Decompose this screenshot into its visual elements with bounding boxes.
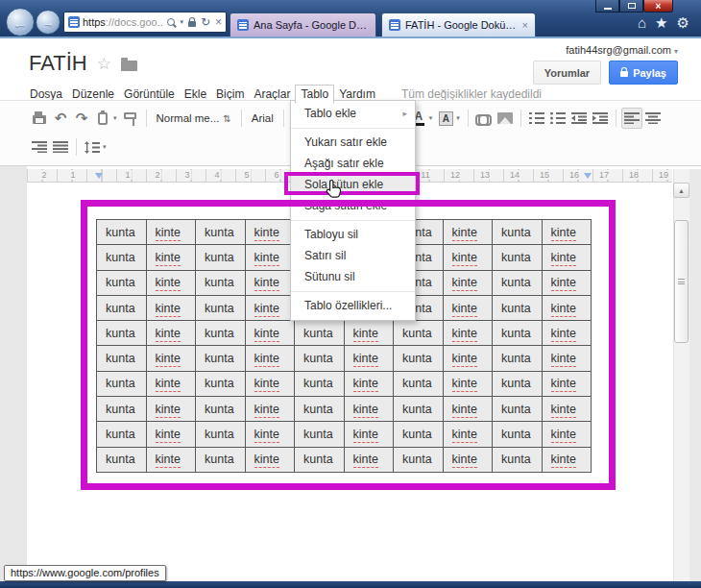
stop-icon[interactable]: × xyxy=(215,17,222,27)
table-cell[interactable]: kunta xyxy=(493,245,543,270)
indent-marker-left-icon[interactable] xyxy=(95,173,103,179)
table-cell[interactable]: kinte xyxy=(146,270,196,295)
chevron-down-icon[interactable]: ▾ xyxy=(113,114,117,122)
url-text[interactable]: https://docs.goo... xyxy=(83,16,164,28)
align-center-button[interactable] xyxy=(642,108,664,129)
table-cell[interactable]: kunta xyxy=(493,220,543,245)
account-menu[interactable]: fatih44srg@gmail.com ▾ xyxy=(566,44,678,56)
table-cell[interactable]: kunta xyxy=(295,422,345,447)
favorites-star-icon[interactable]: ★ xyxy=(655,14,667,32)
table-cell[interactable]: kinte xyxy=(245,447,295,472)
table-cell[interactable]: kunta xyxy=(493,295,543,320)
bulleted-list-button[interactable] xyxy=(547,108,568,129)
line-spacing-button[interactable] xyxy=(82,136,103,158)
print-button[interactable] xyxy=(29,108,50,129)
table-cell[interactable]: kinte xyxy=(245,346,295,371)
folder-icon[interactable] xyxy=(121,61,137,71)
table-cell[interactable]: kinte xyxy=(443,447,493,472)
decrease-indent-button[interactable] xyxy=(568,108,590,129)
indent-marker-right-icon[interactable] xyxy=(584,173,592,179)
table-cell[interactable]: kinte xyxy=(146,397,196,422)
table-cell[interactable]: kunta xyxy=(196,346,246,371)
scrollbar-up-button[interactable]: ▲ xyxy=(673,183,689,198)
menu-item-aşağı-satır-ekle[interactable]: Aşağı satır ekle xyxy=(291,153,415,174)
insert-link-button[interactable] xyxy=(473,108,495,129)
forward-button[interactable]: → xyxy=(36,10,60,35)
table-cell[interactable]: kunta xyxy=(97,270,147,295)
window-close-button[interactable]: × xyxy=(643,0,673,12)
search-icon[interactable] xyxy=(167,18,175,26)
document-title[interactable]: FATİH xyxy=(29,51,87,76)
table-cell[interactable]: kinte xyxy=(245,270,295,295)
table-cell[interactable]: kinte xyxy=(542,270,592,295)
table-cell[interactable]: kinte xyxy=(344,397,394,422)
table-cell[interactable]: kinte xyxy=(245,422,295,447)
table-cell[interactable]: kunta xyxy=(97,346,147,371)
back-button[interactable]: ← xyxy=(6,8,35,37)
table-cell[interactable]: kinte xyxy=(146,371,196,396)
table-cell[interactable]: kinte xyxy=(443,321,493,346)
menu-item-tablo-özellikleri[interactable]: Tablo özellikleri... xyxy=(291,295,415,316)
paint-format-button[interactable] xyxy=(92,108,113,129)
table-cell[interactable]: kunta xyxy=(97,245,147,270)
table-cell[interactable]: kunta xyxy=(295,321,345,346)
share-button[interactable]: Paylaş xyxy=(609,61,678,85)
paragraph-style-dropdown[interactable]: Normal me... ⇅ xyxy=(152,112,236,124)
table-cell[interactable]: kinte xyxy=(443,422,493,447)
table-cell[interactable]: kinte xyxy=(443,270,493,295)
table-cell[interactable]: kinte xyxy=(245,321,295,346)
table-cell[interactable]: kinte xyxy=(146,220,196,245)
table-cell[interactable]: kunta xyxy=(493,346,543,371)
table-cell[interactable]: kinte xyxy=(245,371,295,396)
table-cell[interactable]: kunta xyxy=(493,371,543,396)
undo-button[interactable]: ↶ xyxy=(50,108,71,129)
table-cell[interactable]: kinte xyxy=(542,220,592,245)
table-cell[interactable]: kinte xyxy=(542,422,592,447)
table-cell[interactable]: kinte xyxy=(542,295,592,320)
menu-item-tablo-ekle[interactable]: Tablo ekle▸ xyxy=(291,103,415,124)
table-cell[interactable]: kinte xyxy=(146,295,196,320)
window-maximize-button[interactable] xyxy=(619,0,643,12)
table-cell[interactable]: kunta xyxy=(493,422,543,447)
table-cell[interactable]: kinte xyxy=(443,295,493,320)
menu-item-yukarı-satır-ekle[interactable]: Yukarı satır ekle xyxy=(291,132,415,153)
star-outline-icon[interactable]: ☆ xyxy=(97,54,111,74)
table-cell[interactable]: kunta xyxy=(295,397,345,422)
table-cell[interactable]: kinte xyxy=(146,321,196,346)
align-left-button[interactable] xyxy=(621,108,642,129)
table-cell[interactable]: kinte xyxy=(245,220,295,245)
table-cell[interactable]: kinte xyxy=(443,346,493,371)
table-cell[interactable]: kunta xyxy=(196,295,246,320)
paint-roller-button[interactable] xyxy=(120,108,141,129)
table-cell[interactable]: kunta xyxy=(295,346,345,371)
menu-item-satırı-sil[interactable]: Satırı sil xyxy=(291,245,415,266)
table-cell[interactable]: kinte xyxy=(542,371,592,396)
table-cell[interactable]: kunta xyxy=(196,321,246,346)
menu-item-sola-sütun-ekle[interactable]: Sola sütun ekle xyxy=(291,174,415,195)
justify-button[interactable] xyxy=(50,136,71,158)
table-cell[interactable]: kunta xyxy=(196,270,246,295)
table-cell[interactable]: kinte xyxy=(245,245,295,270)
menu-item-tabloyu-sil[interactable]: Tabloyu sil xyxy=(291,224,415,245)
table-cell[interactable]: kunta xyxy=(394,346,444,371)
table-cell[interactable]: kinte xyxy=(344,422,394,447)
table-cell[interactable]: kinte xyxy=(443,397,493,422)
table-cell[interactable]: kinte xyxy=(542,245,592,270)
table-cell[interactable]: kinte xyxy=(146,422,196,447)
table-cell[interactable]: kinte xyxy=(542,397,592,422)
table-cell[interactable]: kinte xyxy=(245,295,295,320)
comments-button[interactable]: Yorumlar xyxy=(533,61,601,85)
table-cell[interactable]: kinte xyxy=(146,245,196,270)
home-icon[interactable]: ⌂ xyxy=(638,14,646,32)
table-cell[interactable]: kunta xyxy=(196,447,246,472)
table-cell[interactable]: kunta xyxy=(295,447,345,472)
table-cell[interactable]: kinte xyxy=(344,321,394,346)
table-cell[interactable]: kinte xyxy=(542,447,592,472)
table-cell[interactable]: kinte xyxy=(146,346,196,371)
table-cell[interactable]: kunta xyxy=(493,270,543,295)
menubar-item-tablo[interactable]: Tablo xyxy=(295,85,334,104)
table-cell[interactable]: kinte xyxy=(443,245,493,270)
tab-ana-sayfa[interactable]: Ana Sayfa - Google Dokümanlar xyxy=(230,12,376,37)
table-cell[interactable]: kinte xyxy=(344,447,394,472)
menu-item-sağa-sütun-ekle[interactable]: Sağa sütun ekle xyxy=(291,195,415,216)
